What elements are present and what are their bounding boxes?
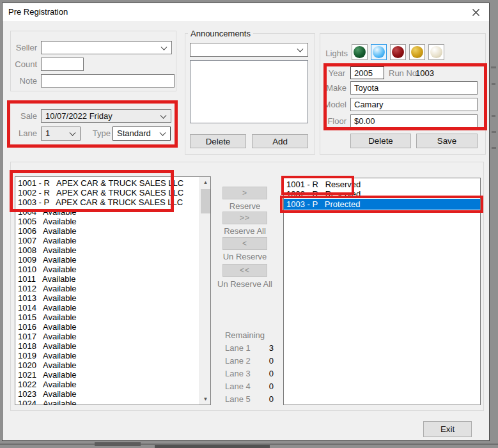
lane-row-value: 0 [269,382,274,391]
red-light-button[interactable] [390,44,406,60]
count-input[interactable] [41,58,84,71]
blue-light-icon [373,46,385,58]
run-no-value: 1003 [416,68,441,79]
available-list-item[interactable]: 1015 Available [15,313,199,322]
available-listbox[interactable]: 1001 - R APEX CAR & TRUCK SALES LLC1002 … [15,176,211,405]
type-combobox-value: Standard [117,128,151,138]
vehicle-delete-button[interactable]: Delete [350,134,411,148]
available-list-item[interactable]: 1022 Available [15,380,199,389]
available-list-item[interactable]: 1011 Available [15,274,199,284]
available-list-item[interactable]: 1024 Available [15,399,199,405]
gold-light-button[interactable] [409,44,425,60]
reserve-all-button-label: Reserve All [213,226,277,236]
available-list-item[interactable]: 1017 Available [15,332,199,341]
reserve-button[interactable]: > [222,187,267,199]
announcements-combobox[interactable] [190,43,308,57]
available-list-item[interactable]: 1008 Available [15,245,199,255]
lane-row-label: Lane 2 [225,356,251,366]
chevron-down-icon [161,43,167,50]
lane-label: Lane [9,128,37,139]
un-reserve-button-label: Un Reserve [213,252,277,261]
red-light-icon [392,46,404,58]
sale-combobox-value: 10/07/2022 Friday [45,111,113,121]
lights-label: Lights [318,49,348,59]
background-window-artifact [155,445,270,448]
seller-combobox[interactable] [41,41,172,54]
count-label: Count [9,59,37,70]
available-list-item[interactable]: 1003 - P APEX CAR & TRUCK SALES LLC [15,197,199,207]
scroll-up-icon[interactable]: ▲ [200,177,211,188]
background-window-artifact [492,115,495,117]
scroll-down-icon[interactable]: ▼ [200,394,211,405]
chevron-down-icon [160,130,166,136]
make-label: Make [320,83,346,93]
available-list-item[interactable]: 1004 Available [15,207,199,217]
sale-combobox[interactable]: 10/07/2022 Friday [41,109,171,123]
announcement-delete-button[interactable]: Delete [190,134,246,148]
floor-input[interactable] [350,114,478,128]
cream-light-button[interactable] [428,44,444,60]
reserve-all-button[interactable]: >> [222,212,267,224]
available-list-item[interactable]: 1001 - R APEX CAR & TRUCK SALES LLC [15,178,199,188]
exit-button[interactable]: Exit [423,421,472,437]
remaining-title: Remaining [213,330,277,340]
un-reserve-button[interactable]: < [222,237,267,250]
un-reserve-all-button-label: Un Reserve All [213,279,277,289]
remaining-lane-row: Lane 20 [225,356,274,366]
un-reserve-all-button[interactable]: << [222,264,267,277]
available-list-item[interactable]: 1019 Available [15,351,199,360]
sale-label: Sale [9,111,37,121]
model-input[interactable] [350,98,478,111]
lane-row-label: Lane 3 [225,369,251,378]
note-label: Note [9,76,37,86]
available-list-item[interactable]: 1023 Available [15,389,199,399]
available-list-item[interactable]: 1006 Available [15,226,199,236]
reserved-listbox[interactable]: 1001 - R Reserved1002 - R Reserved1003 -… [283,178,481,405]
available-list-item[interactable]: 1018 Available [15,341,199,351]
window-title: Pre Registration [8,3,68,21]
gold-light-icon [411,46,423,58]
year-label: Year [320,68,345,79]
green-light-button[interactable] [352,44,368,60]
available-list-item[interactable]: 1007 Available [15,236,199,245]
lane-row-value: 0 [269,356,274,366]
chevron-down-icon [70,130,76,136]
make-input[interactable] [350,81,478,95]
remaining-lane-row: Lane 50 [225,394,274,404]
reserve-button-label: Reserve [213,201,277,211]
available-list-item[interactable]: 1020 Available [15,360,199,370]
background-window-artifact [95,442,141,446]
available-list-scrollbar[interactable]: ▲ ▼ [199,177,210,405]
lane-combobox[interactable]: 1 [41,127,81,141]
available-list-item[interactable]: 1014 Available [15,303,199,313]
type-combobox[interactable]: Standard [113,127,171,141]
green-light-icon [354,46,366,58]
announcements-listbox[interactable] [190,60,308,123]
background-window-artifact [492,83,495,85]
lane-row-value: 3 [269,343,274,353]
note-input[interactable] [41,74,175,88]
lane-row-label: Lane 4 [225,382,251,391]
reserved-list-item[interactable]: 1003 - P Protected [284,199,480,210]
available-list-item[interactable]: 1010 Available [15,265,199,274]
available-list-item[interactable]: 1013 Available [15,293,199,303]
lane-combobox-value: 1 [45,128,50,138]
year-input[interactable] [350,66,384,79]
vehicle-save-button[interactable]: Save [416,134,478,148]
available-list-item[interactable]: 1016 Available [15,322,199,332]
cream-light-icon [430,46,442,58]
blue-light-button[interactable] [371,44,387,60]
title-bar: Pre Registration [3,3,489,21]
reserved-list-items: 1001 - R Reserved1002 - R Reserved1003 -… [284,180,480,405]
available-list-item[interactable]: 1009 Available [15,255,199,265]
reserved-list-item[interactable]: 1001 - R Reserved [284,180,480,189]
available-list-item[interactable]: 1002 - R APEX CAR & TRUCK SALES LLC [15,188,199,197]
background-window-artifact [492,131,496,133]
available-list-item[interactable]: 1005 Available [15,217,199,226]
available-list-item[interactable]: 1021 Available [15,370,199,380]
announcement-add-button[interactable]: Add [252,134,308,148]
available-list-item[interactable]: 1012 Available [15,284,199,293]
close-button[interactable] [466,3,485,21]
reserved-list-item[interactable]: 1002 - R Reserved [284,189,480,199]
scrollbar-thumb[interactable] [201,189,210,213]
